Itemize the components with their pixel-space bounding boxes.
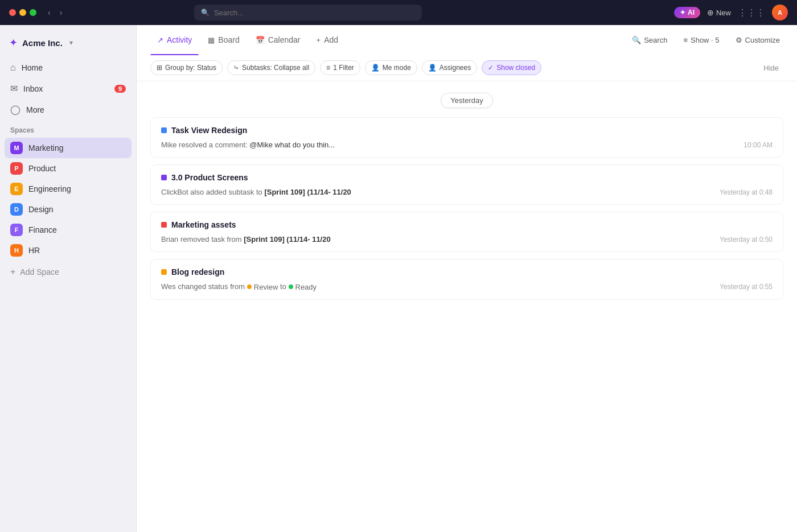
nav-arrows: ‹ › <box>46 7 64 18</box>
topbar: ‹ › 🔍 ✦ AI ⊕ New ⋮⋮⋮ A <box>0 0 797 25</box>
search-action[interactable]: 🔍 Search <box>628 34 671 47</box>
activity-detail-task-view: Mike resolved a comment: @Mike what do y… <box>161 141 773 149</box>
back-button[interactable]: ‹ <box>46 7 53 18</box>
filter-group-by[interactable]: ⊞ Group by: Status <box>150 60 223 75</box>
engineering-label: Engineering <box>28 184 71 193</box>
board-icon: ▦ <box>208 36 215 44</box>
tab-calendar-label: Calendar <box>268 35 301 44</box>
finance-label: Finance <box>28 225 57 234</box>
subtasks-icon: ⤷ <box>233 64 239 72</box>
sidebar-item-product[interactable]: P Product <box>5 158 132 179</box>
date-badge: Yesterday <box>441 93 492 108</box>
activity-time: 10:00 AM <box>743 141 773 149</box>
filter-subtasks[interactable]: ⤷ Subtasks: Collapse all <box>227 60 315 75</box>
inbox-badge: 9 <box>114 85 126 93</box>
calendar-icon: 📅 <box>256 36 265 44</box>
activity-time: Yesterday at 0:55 <box>720 283 773 291</box>
task-title-task-view-redesign: Task View Redesign <box>161 126 773 135</box>
group-by-label: Group by: Status <box>165 64 216 72</box>
from-status: Review <box>247 283 278 291</box>
minimize-dot[interactable] <box>19 9 26 16</box>
global-search-bar[interactable]: 🔍 <box>194 5 422 20</box>
activity-card-task-view-redesign[interactable]: Task View Redesign Mike resolved a comme… <box>150 117 783 158</box>
group-by-icon: ⊞ <box>157 64 162 72</box>
sidebar-item-more[interactable]: ◯ More <box>5 100 132 119</box>
new-button[interactable]: ⊕ New <box>707 8 731 17</box>
add-tab-icon: + <box>317 36 321 44</box>
topbar-right: ✦ AI ⊕ New ⋮⋮⋮ A <box>674 5 788 20</box>
task-dot-red <box>161 222 167 228</box>
window-controls <box>9 9 36 16</box>
filter-filter[interactable]: ≡ 1 Filter <box>320 60 360 75</box>
add-space-button[interactable]: + Add Space <box>5 263 132 281</box>
activity-description: Mike resolved a comment: @Mike what do y… <box>161 141 734 149</box>
spaces-header: Spaces <box>0 119 136 138</box>
assignees-label: Assignees <box>439 64 471 72</box>
show-closed-icon: ✓ <box>488 64 494 72</box>
activity-text-mention: @Mike what do you thin... <box>249 141 335 149</box>
user-avatar[interactable]: A <box>772 5 788 20</box>
hide-button[interactable]: Hide <box>759 61 783 75</box>
tab-calendar[interactable]: 📅 Calendar <box>249 32 307 48</box>
home-icon: ⌂ <box>10 63 16 73</box>
filter-assignees[interactable]: 👤 Assignees <box>422 60 477 75</box>
tab-board[interactable]: ▦ Board <box>201 32 246 48</box>
content-area: ↗ Activity ▦ Board 📅 Calendar + Add <box>137 25 797 532</box>
filter-show-closed[interactable]: ✓ Show closed <box>482 60 541 75</box>
activity-icon: ↗ <box>157 36 163 44</box>
sidebar-item-marketing[interactable]: M Marketing <box>5 138 132 158</box>
hr-label: HR <box>28 246 40 255</box>
filter-icon: ≡ <box>326 64 330 72</box>
ai-icon: ✦ <box>680 9 685 17</box>
activity-card-product-screens[interactable]: 3.0 Product Screens ClickBot also added … <box>150 164 783 205</box>
to-status-dot <box>289 284 293 289</box>
more-label: More <box>26 105 44 114</box>
show-closed-label: Show closed <box>496 64 535 72</box>
new-label: New <box>716 9 731 17</box>
filter-me-mode[interactable]: 👤 Me mode <box>365 60 417 75</box>
grid-icon[interactable]: ⋮⋮⋮ <box>738 7 765 18</box>
maximize-dot[interactable] <box>30 9 36 16</box>
sidebar-item-hr[interactable]: H HR <box>5 240 132 261</box>
content-tabs: ↗ Activity ▦ Board 📅 Calendar + Add <box>137 25 797 55</box>
task-name: Marketing assets <box>171 220 236 229</box>
home-label: Home <box>22 63 43 72</box>
sidebar-item-engineering[interactable]: E Engineering <box>5 179 132 199</box>
show-action[interactable]: ≡ Show · 5 <box>680 34 722 47</box>
global-search-input[interactable] <box>214 9 415 17</box>
content-header: ↗ Activity ▦ Board 📅 Calendar + Add <box>137 25 797 81</box>
sidebar-item-finance[interactable]: F Finance <box>5 220 132 240</box>
ai-badge[interactable]: ✦ AI <box>674 7 700 18</box>
forward-button[interactable]: › <box>57 7 65 18</box>
activity-description: Brian removed task from [Sprint 109] (11… <box>161 235 710 244</box>
add-space-label: Add Space <box>20 267 59 277</box>
marketing-label: Marketing <box>28 143 63 152</box>
activity-card-marketing-assets[interactable]: Marketing assets Brian removed task from… <box>150 212 783 252</box>
task-title-blog-redesign: Blog redesign <box>161 267 773 277</box>
tab-board-label: Board <box>218 35 239 44</box>
task-dot-yellow <box>161 269 167 275</box>
sidebar-item-inbox[interactable]: ✉ Inbox 9 <box>5 79 132 98</box>
tab-activity[interactable]: ↗ Activity <box>150 32 199 48</box>
brand-name: Acme Inc. <box>22 38 63 48</box>
activity-time: Yesterday at 0:48 <box>720 188 773 196</box>
sidebar-item-design[interactable]: D Design <box>5 199 132 220</box>
more-icon: ◯ <box>10 104 20 115</box>
subtasks-label: Subtasks: Collapse all <box>242 64 309 72</box>
ai-label: AI <box>688 9 695 17</box>
to-status-label: Ready <box>295 283 317 291</box>
activity-detail-product-screens: ClickBot also added subtask to [Sprint 1… <box>161 188 773 196</box>
me-mode-label: Me mode <box>383 64 411 72</box>
tab-add[interactable]: + Add <box>310 32 346 48</box>
close-dot[interactable] <box>9 9 16 16</box>
inbox-label: Inbox <box>23 84 43 93</box>
sidebar: ✦ Acme Inc. ▾ ⌂ Home ✉ Inbox 9 ◯ More Sp… <box>0 25 137 532</box>
customize-action[interactable]: ⚙ Customize <box>732 34 783 47</box>
brand[interactable]: ✦ Acme Inc. ▾ <box>0 32 136 58</box>
design-label: Design <box>28 205 54 214</box>
activity-card-blog-redesign[interactable]: Blog redesign Wes changed status from Re… <box>150 259 783 300</box>
sidebar-item-home[interactable]: ⌂ Home <box>5 58 132 77</box>
activity-text-bold: [Sprint 109] (11/14- 11/20 <box>264 188 351 196</box>
filter-bar: ⊞ Group by: Status ⤷ Subtasks: Collapse … <box>137 55 797 81</box>
activity-text-plain: Brian removed task from <box>161 235 244 244</box>
